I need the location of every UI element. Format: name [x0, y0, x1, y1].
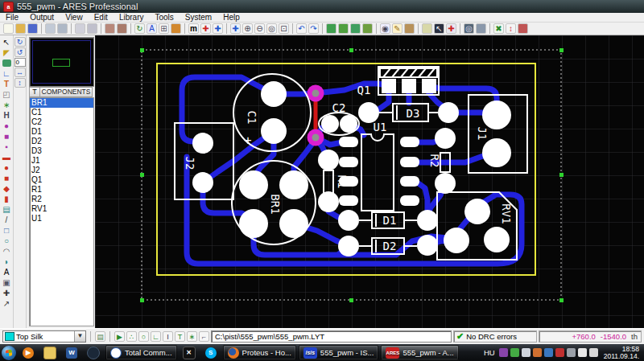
square-pad-icon[interactable]: ■	[1, 131, 13, 142]
export-region-icon[interactable]	[57, 23, 68, 34]
tag-filter-icon[interactable]: ↖	[434, 23, 444, 34]
mirror-horizontal-button[interactable]: ↔	[14, 68, 26, 77]
tray-network-icon[interactable]	[544, 348, 553, 357]
path-2d-icon[interactable]: ◗	[1, 256, 13, 267]
false-origin-icon[interactable]: ✚	[200, 23, 211, 34]
taskbar-skype[interactable]: S	[201, 345, 221, 360]
round-pad-icon[interactable]: ●	[1, 121, 13, 131]
redo-icon[interactable]: ↷	[308, 23, 319, 34]
toggle-grid-icon[interactable]: ⊞	[159, 23, 169, 34]
taskbar-steam[interactable]	[84, 345, 103, 360]
list-item[interactable]: C1	[30, 108, 93, 117]
tray-messenger-icon[interactable]	[499, 348, 508, 357]
zoom-all-icon[interactable]: ◎	[266, 23, 277, 34]
menu-system[interactable]: System	[180, 13, 217, 22]
tray-volume-icon[interactable]	[578, 348, 587, 357]
taskbar-media-player[interactable]: ▶	[19, 345, 38, 360]
zoom-out-icon[interactable]: ⊖	[254, 23, 265, 34]
language-indicator[interactable]: HU	[482, 348, 497, 357]
taskbar-proteus-firefox[interactable]: Proteus - Ho...	[223, 345, 296, 360]
grid-snap-icon[interactable]: ∴	[126, 331, 137, 342]
menu-help[interactable]: Help	[217, 13, 246, 22]
taskbar-explorer[interactable]	[40, 345, 60, 360]
rotate-cw-button[interactable]: ↻	[14, 37, 26, 47]
corner-mode-icon[interactable]: ∟	[151, 331, 161, 342]
open-layout-icon[interactable]	[15, 23, 26, 34]
list-item[interactable]: D1	[30, 127, 93, 137]
instant-edit-icon[interactable]: ◤	[1, 47, 13, 58]
zoom-area-icon[interactable]: ⊡	[279, 23, 289, 34]
curve-mode-icon[interactable]: I	[163, 331, 173, 342]
taskbar-word[interactable]: W	[62, 345, 81, 360]
mark-output-icon[interactable]	[105, 23, 115, 34]
tray-pen-icon[interactable]	[533, 348, 542, 357]
layer-selector[interactable]: Top Silk ▼	[2, 330, 86, 343]
block-move-icon[interactable]	[338, 23, 349, 34]
drc-report-icon[interactable]	[518, 23, 528, 34]
edit-styles-icon[interactable]: ✎	[392, 23, 402, 34]
tray-flag-icon[interactable]	[589, 348, 598, 357]
trace-angle-icon[interactable]: ▶	[114, 331, 125, 342]
x-cursor-icon[interactable]: ✚	[213, 23, 223, 34]
list-item[interactable]: U1	[30, 214, 93, 224]
via[interactable]	[308, 85, 324, 102]
connectivity-highlight-icon[interactable]: H	[1, 110, 13, 121]
block-copy-icon[interactable]	[326, 23, 336, 34]
layer-brush-icon[interactable]: ▤	[95, 331, 105, 342]
search-tag-icon[interactable]: ◎	[464, 23, 474, 34]
via[interactable]	[308, 129, 324, 146]
set-output-area-icon[interactable]	[87, 23, 97, 34]
text-2d-icon[interactable]: A	[1, 267, 13, 277]
file-path-field[interactable]: C:\pisti\555_pwm\555_pwm.LYT	[211, 330, 452, 343]
flip-view-icon[interactable]: A	[147, 23, 157, 34]
line-2d-icon[interactable]: /	[1, 215, 13, 225]
auto-tidy-icon[interactable]	[476, 23, 486, 34]
circle-2d-icon[interactable]: ○	[1, 236, 13, 246]
list-item[interactable]: J1	[30, 156, 93, 166]
new-layout-icon[interactable]	[3, 23, 14, 34]
undo-icon[interactable]: ↶	[296, 23, 307, 34]
set-attributes-icon[interactable]	[422, 23, 432, 34]
list-item[interactable]: D2	[30, 137, 93, 146]
box-2d-icon[interactable]: □	[1, 225, 13, 236]
list-item[interactable]: D3	[30, 146, 93, 156]
dimension-2d-icon[interactable]: ↗	[1, 298, 13, 309]
selection-arrow-icon[interactable]: ↖	[1, 37, 13, 47]
align-tools-icon[interactable]: ✚	[446, 23, 456, 34]
auto-router-icon[interactable]: ✖	[493, 23, 504, 34]
zoom-in-icon[interactable]: ⊕	[242, 23, 253, 34]
menu-output[interactable]: Output	[24, 13, 60, 22]
mirror-vertical-button[interactable]: ↕	[14, 78, 26, 88]
track-mode-icon[interactable]: ∟	[1, 68, 13, 79]
title-bar[interactable]: a 555_pwm - ARES Professional	[0, 0, 644, 13]
tray-signal-icon[interactable]	[567, 348, 576, 357]
rotate-ccw-button[interactable]: ↺	[14, 47, 26, 57]
list-item[interactable]: J2	[30, 166, 93, 175]
toggle-layers-icon[interactable]	[171, 23, 181, 34]
menu-edit[interactable]: Edit	[89, 13, 114, 22]
ratsnest-mode-icon[interactable]: ∗	[1, 100, 13, 110]
tray-mail-icon[interactable]	[522, 348, 530, 357]
smt-square-pad-icon[interactable]: ■	[1, 173, 13, 183]
zoom-edit-icon[interactable]: ◉	[380, 23, 390, 34]
menu-view[interactable]: View	[60, 13, 89, 22]
taskbar-total-commander[interactable]: Total Comm...	[105, 345, 177, 360]
symbol-2d-icon[interactable]: ▣	[1, 277, 13, 288]
via-mode-icon[interactable]: T	[1, 79, 13, 89]
tee-mode-icon[interactable]: T	[175, 331, 185, 342]
auto-name-generator-icon[interactable]	[117, 23, 127, 34]
tray-antivirus-icon[interactable]	[510, 348, 519, 357]
padstack-icon[interactable]: ▮	[1, 194, 13, 204]
list-item[interactable]: R2	[30, 195, 93, 204]
chevron-down-icon[interactable]: ▼	[74, 331, 85, 342]
list-item[interactable]: BR1	[30, 98, 93, 108]
taskbar-isis[interactable]: isis 555_pwm - IS...	[299, 345, 379, 360]
component-mode-icon[interactable]	[2, 59, 11, 67]
component-list[interactable]: BR1 C1 C2 D1 D2 D3 J1 J2 Q1 R1 R2 RV1 U1	[29, 97, 94, 326]
ratsnest-toggle-icon[interactable]: ∗	[187, 331, 197, 342]
smt-round-pad-icon[interactable]: ●	[1, 162, 13, 173]
import-region-icon[interactable]	[45, 23, 56, 34]
list-item[interactable]: Q1	[30, 175, 93, 185]
list-item[interactable]: RV1	[30, 204, 93, 214]
block-rotate-icon[interactable]	[350, 23, 361, 34]
